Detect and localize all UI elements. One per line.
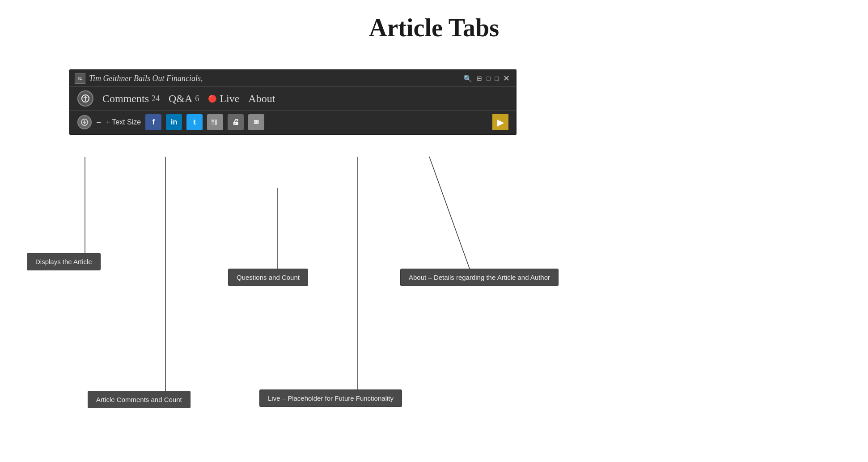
tab-comments[interactable]: Comments 24: [102, 93, 160, 105]
browser-icon-label: IE: [78, 76, 82, 81]
tab-about-label: About: [248, 93, 275, 105]
tab-live[interactable]: 🔴 Live: [208, 93, 239, 105]
svg-rect-6: [212, 122, 214, 125]
annotation-article-comments: Article Comments and Count: [88, 391, 191, 408]
annotation-live-placeholder: Live – Placeholder for Future Functional…: [259, 389, 402, 407]
annotation-about-details: About – Details regarding the Article an…: [400, 269, 559, 286]
annotation-displays-article: Displays the Article: [27, 253, 101, 270]
window-controls: 🔍 ⊟ □ □ ✕: [462, 73, 511, 83]
close-button[interactable]: ✕: [502, 73, 511, 83]
email-share-button[interactable]: ✉: [248, 114, 264, 130]
digg-share-button[interactable]: [207, 114, 223, 130]
page-title: Article Tabs: [0, 0, 868, 60]
annotation-displays-article-text: Displays the Article: [35, 258, 92, 265]
minus-btn[interactable]: −: [96, 117, 102, 128]
facebook-share-button[interactable]: f: [145, 114, 161, 130]
annotation-questions-count: Questions and Count: [228, 269, 308, 286]
print-button[interactable]: 🖨: [228, 114, 244, 130]
zoom-circle-btn[interactable]: [77, 115, 92, 129]
browser-window: IE Tim Geithner Bails Out Financials, 🔍 …: [69, 69, 517, 135]
tab-qa-count: 6: [195, 94, 199, 103]
tab-about[interactable]: About: [248, 93, 275, 105]
maximize-button[interactable]: □: [494, 75, 500, 82]
toolbar-bar: − + Text Size f in 𝕥 🖨 ✉ ▶: [70, 111, 516, 134]
annotation-questions-count-text: Questions and Count: [237, 274, 300, 281]
annotation-live-placeholder-text: Live – Placeholder for Future Functional…: [268, 394, 394, 402]
search-icon[interactable]: 🔍: [462, 74, 474, 83]
twitter-share-button[interactable]: 𝕥: [186, 114, 203, 130]
text-size-control[interactable]: + Text Size: [106, 118, 141, 126]
tab-comments-count: 24: [152, 94, 160, 103]
tab-live-label: Live: [220, 93, 239, 105]
annotation-about-details-text: About – Details regarding the Article an…: [409, 274, 550, 281]
minimize-button[interactable]: ⊟: [475, 75, 483, 82]
annotation-article-comments-text: Article Comments and Count: [96, 396, 182, 403]
article-icon[interactable]: [77, 90, 93, 107]
tab-live-icon: 🔴: [208, 94, 217, 103]
tab-qa-label: Q&A: [169, 93, 192, 105]
window-title: Tim Geithner Bails Out Financials,: [89, 74, 462, 83]
svg-rect-5: [215, 120, 217, 125]
restore-button[interactable]: □: [485, 75, 491, 82]
linkedin-share-button[interactable]: in: [166, 114, 182, 130]
tab-qa[interactable]: Q&A 6: [169, 93, 199, 105]
svg-line-11: [429, 157, 470, 269]
next-arrow-button[interactable]: ▶: [492, 114, 508, 130]
browser-icon: IE: [75, 73, 85, 84]
title-bar: IE Tim Geithner Bails Out Financials, 🔍 …: [70, 70, 516, 87]
nav-tabs-bar: Comments 24 Q&A 6 🔴 Live About: [70, 87, 516, 111]
text-size-label: + Text Size: [106, 118, 141, 126]
tab-comments-label: Comments: [102, 93, 149, 105]
